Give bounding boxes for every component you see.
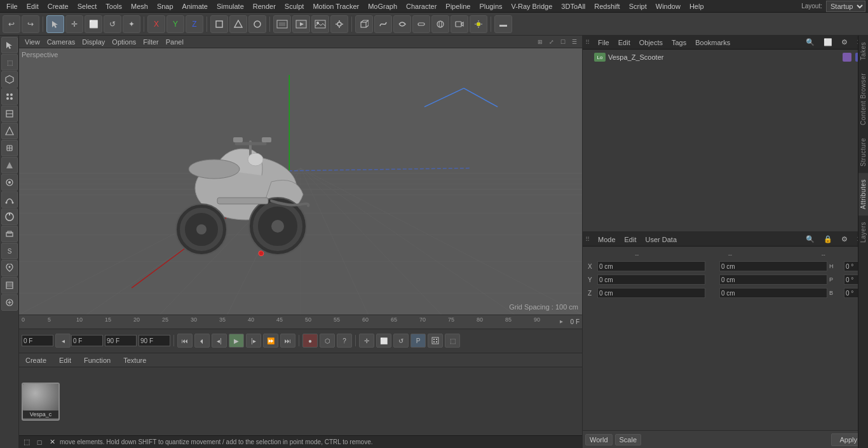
viewport-icon-settings[interactable]: ☰ <box>569 37 580 47</box>
vtab-structure[interactable]: Structure <box>858 132 868 173</box>
render-region-btn[interactable] <box>273 15 291 33</box>
viewport-icon-arrows[interactable]: ⤢ <box>546 37 557 47</box>
vtab-content-browser[interactable]: Content Browser <box>858 67 868 132</box>
menu-script[interactable]: Script <box>625 1 651 11</box>
mat-menu-create[interactable]: Create <box>22 356 50 365</box>
play-btn[interactable]: ▶ <box>229 334 244 348</box>
start-frame-input[interactable] <box>71 335 103 346</box>
menu-snap[interactable]: Snap <box>153 1 177 11</box>
menu-edit[interactable]: Edit <box>23 1 43 11</box>
mat-menu-texture[interactable]: Texture <box>119 356 150 365</box>
left-tool-13[interactable] <box>1 260 18 276</box>
obj-menu-file[interactable]: File <box>595 38 613 47</box>
menu-vray[interactable]: V-Ray Bridge <box>508 1 557 11</box>
redo-button[interactable]: ↪ <box>22 15 39 33</box>
attr-menu-user-data[interactable]: User Data <box>642 235 681 244</box>
left-tool-4[interactable] <box>1 105 18 122</box>
viewport-menu-view[interactable]: View <box>22 37 43 46</box>
left-tool-11[interactable] <box>1 226 18 242</box>
viewport-menu-filter[interactable]: Filter <box>140 37 161 46</box>
y-rot-input[interactable] <box>719 275 827 285</box>
end-frame-input-2[interactable] <box>139 335 170 346</box>
anim-tool-0[interactable]: ✛ <box>359 334 374 348</box>
render-settings-btn[interactable] <box>330 15 348 33</box>
obj-item-vespa[interactable]: Lo Vespa_Z_Scooter <box>584 51 867 64</box>
menu-3dtoall[interactable]: 3DToAll <box>557 1 589 11</box>
viewport-icon-lock[interactable]: ☐ <box>558 37 568 47</box>
status-icon-0[interactable]: ⬚ <box>22 437 32 447</box>
spline-btn[interactable] <box>374 15 392 33</box>
deform-btn[interactable] <box>412 15 430 33</box>
viewport-icon-grid[interactable]: ⊞ <box>535 37 545 47</box>
attr-menu-mode[interactable]: Mode <box>595 235 619 244</box>
viewport[interactable]: X Y Z <box>19 48 582 315</box>
left-tool-9[interactable] <box>1 191 18 208</box>
y-pos-input[interactable] <box>597 275 705 285</box>
obj-settings-btn[interactable]: ⚙ <box>838 37 851 47</box>
left-tool-5[interactable] <box>1 123 18 139</box>
record-btn[interactable]: ● <box>302 334 318 348</box>
menu-sculpt[interactable]: Sculpt <box>281 1 308 11</box>
z-rot-input[interactable] <box>719 288 827 298</box>
floor-btn[interactable] <box>494 15 512 33</box>
rotate-tool[interactable]: ↺ <box>104 15 121 33</box>
status-icon-2[interactable]: ✕ <box>47 437 57 447</box>
attr-menu-edit[interactable]: Edit <box>621 235 640 244</box>
attr-lock-btn[interactable]: 🔒 <box>820 234 836 244</box>
model-mode-btn[interactable] <box>229 15 247 33</box>
left-tool-7[interactable] <box>1 157 18 173</box>
prev-keyframe-btn[interactable]: ◂ <box>55 334 71 348</box>
vtab-takes[interactable]: Takes <box>858 36 868 67</box>
left-tool-3[interactable] <box>1 88 18 105</box>
menu-help[interactable]: Help <box>686 1 708 11</box>
object-mode-btn[interactable] <box>210 15 228 33</box>
menu-file[interactable]: File <box>3 1 22 11</box>
auto-key-btn[interactable]: ⬡ <box>320 334 335 348</box>
layout-select[interactable]: Startup <box>826 1 865 12</box>
world-dropdown[interactable]: World <box>585 434 613 445</box>
select-tool[interactable] <box>46 15 64 33</box>
viewport-menu-cameras[interactable]: Cameras <box>44 37 79 46</box>
go-to-end-btn[interactable]: ⏭ <box>280 334 295 348</box>
obj-filter-btn[interactable]: ⬜ <box>820 37 836 47</box>
menu-redshift[interactable]: Redshift <box>590 1 623 11</box>
anim-tool-5[interactable]: ⬚ <box>445 334 460 348</box>
render-viewport-btn[interactable] <box>292 15 310 33</box>
light-btn[interactable] <box>470 15 487 33</box>
go-to-start-btn[interactable]: ⏮ <box>177 334 193 348</box>
left-tool-12[interactable]: S <box>1 243 18 259</box>
nurbs-btn[interactable] <box>393 15 411 33</box>
end-frame-input-1[interactable] <box>105 335 137 346</box>
left-tool-8[interactable] <box>1 174 18 191</box>
obj-search-btn[interactable]: 🔍 <box>803 37 818 47</box>
prev-keyframe-btn2[interactable]: ◂| <box>212 334 227 348</box>
left-tool-14[interactable] <box>1 277 18 294</box>
x-rot-input[interactable] <box>719 261 827 271</box>
viewport-menu-display[interactable]: Display <box>79 37 108 46</box>
menu-pipeline[interactable]: Pipeline <box>442 1 474 11</box>
scale-tool[interactable]: ⬜ <box>85 15 102 33</box>
left-tool-2[interactable] <box>1 71 18 88</box>
left-tool-1[interactable]: ⬚ <box>1 54 18 71</box>
menu-window[interactable]: Window <box>652 1 684 11</box>
render-picture-viewer-btn[interactable] <box>311 15 329 33</box>
menu-create[interactable]: Create <box>44 1 72 11</box>
environment-btn[interactable] <box>431 15 449 33</box>
material-vespa[interactable]: Vespa_c <box>22 383 60 421</box>
status-icon-1[interactable]: □ <box>34 437 44 447</box>
anim-tool-2[interactable]: ↺ <box>393 334 409 348</box>
menu-mograph[interactable]: MoGraph <box>364 1 401 11</box>
help-btn[interactable]: ? <box>337 334 352 348</box>
menu-tools[interactable]: Tools <box>102 1 126 11</box>
menu-character[interactable]: Character <box>402 1 440 11</box>
next-frame-btn[interactable]: ⏩ <box>263 334 278 348</box>
x-axis-btn[interactable]: X <box>147 15 165 33</box>
menu-motion-tracker[interactable]: Motion Tracker <box>309 1 363 11</box>
left-tool-10[interactable] <box>1 208 18 225</box>
menu-plugins[interactable]: Plugins <box>475 1 506 11</box>
viewport-menu-panel[interactable]: Panel <box>163 37 187 46</box>
left-tool-6[interactable] <box>1 140 18 156</box>
texture-mode-btn[interactable] <box>248 15 266 33</box>
cube-btn[interactable] <box>355 15 373 33</box>
obj-menu-edit[interactable]: Edit <box>615 38 634 47</box>
